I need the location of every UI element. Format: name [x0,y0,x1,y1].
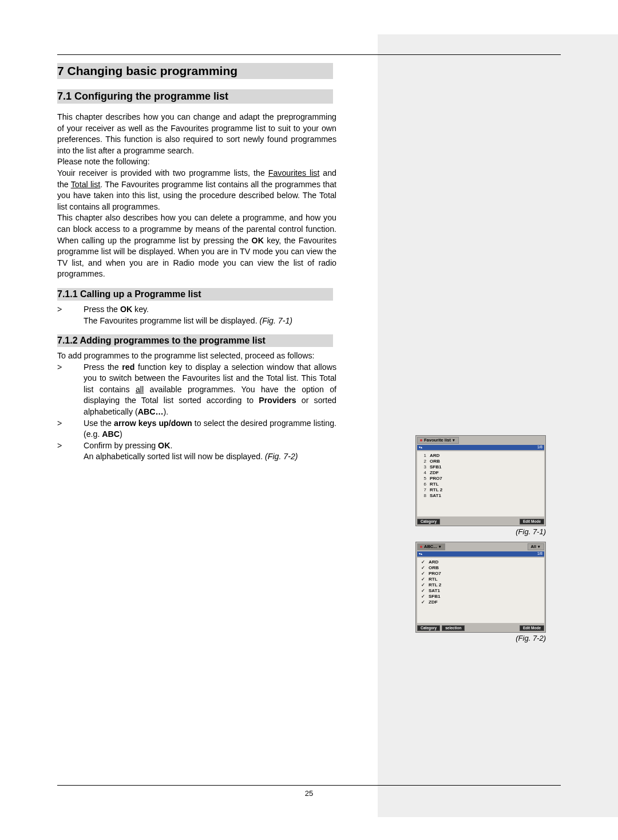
heading-subsection: 7.1.2 Adding programmes to the programme… [57,334,333,347]
heading-subsection: 7.1.1 Calling up a Programme list [57,288,333,301]
heading-chapter: 7 Changing basic programming [57,63,333,79]
page-content: 7 Changing basic programming 7.1 Configu… [57,54,561,786]
osd-button: Edit Mode [520,625,544,632]
figure-caption: (Fig. 7-2) [415,634,546,642]
osd-button: Edit Mode [520,519,544,525]
figure-caption: (Fig. 7-1) [415,527,546,536]
paragraph: Please note the following: [57,156,336,168]
paragraph: This chapter describes how you can chang… [57,112,336,156]
step: > Use the arrow keys up/down to select t… [57,418,336,440]
paragraph: This chapter also describes how you can … [57,212,336,280]
page-number: 25 [57,789,561,798]
paragraph: To add programmes to the programme list … [57,350,336,362]
step: > Confirm by pressing OK. An alphabetica… [57,440,336,463]
heading-section: 7.1 Configuring the programme list [57,89,333,104]
paragraph: Youir receiver is provided with two prog… [57,168,336,212]
figure-7-2: ABC...▾ All▾ ▾▴1/8 ✓ARD✓ORB✓PRO7✓RTL✓RTL… [415,542,546,642]
step: > Press the red function key to display … [57,362,336,418]
figure-7-1: Favourite list▾ ▾▴1/8 1ARD2ORB3SFB14ZDF5… [415,435,546,536]
osd-tab: All▾ [528,543,544,550]
osd-tab: Favourite list▾ [417,437,459,444]
osd-tab: ABC...▾ [417,543,445,550]
osd-button: selection [442,625,465,632]
osd-button: Category [417,519,440,525]
step: > Press the OK key. The Favourites progr… [57,304,336,326]
osd-button: Category [417,625,440,632]
